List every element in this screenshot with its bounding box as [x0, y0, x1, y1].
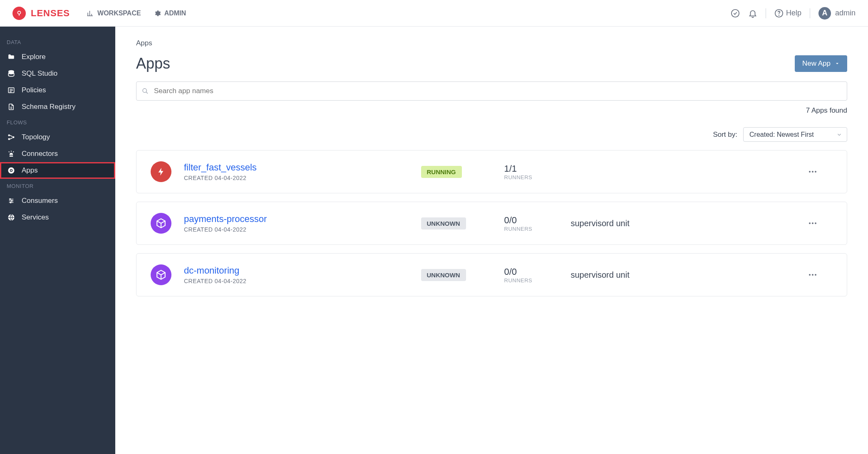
svg-point-31: [809, 171, 811, 173]
more-actions[interactable]: [808, 270, 833, 280]
topnav: WORKSPACE ADMIN: [87, 10, 186, 17]
sort-label: Sort by:: [713, 131, 737, 139]
svg-point-33: [815, 171, 816, 173]
svg-point-26: [11, 200, 12, 202]
sidebar-item-label: Apps: [22, 166, 38, 175]
divider: [766, 8, 766, 18]
sidebar-section-label: DATA: [0, 35, 115, 49]
more-actions[interactable]: [808, 218, 833, 228]
app-created: CREATED 04-04-2022: [184, 278, 413, 284]
breadcrumb: Apps: [136, 39, 847, 47]
runners-count: 0/0: [504, 215, 563, 226]
page-title: Apps: [136, 55, 170, 72]
help-link[interactable]: Help: [774, 9, 801, 18]
user-menu[interactable]: A admin: [818, 7, 856, 20]
search-icon: [142, 88, 149, 94]
logo-icon: [12, 7, 26, 20]
sidebar: DATAExploreSQL StudioPoliciesSchema Regi…: [0, 27, 115, 454]
app-row: dc-monitoringCREATED 04-04-2022UNKNOWN0/…: [136, 253, 847, 296]
barchart-icon: [87, 10, 94, 17]
svg-point-32: [812, 171, 813, 173]
more-actions[interactable]: [808, 167, 833, 177]
check-circle-icon[interactable]: [731, 9, 740, 18]
sidebar-section-label: MONITOR: [0, 179, 115, 192]
svg-point-27: [10, 202, 11, 203]
svg-point-29: [143, 89, 146, 92]
divider: [810, 8, 810, 18]
gear-icon: [154, 10, 161, 17]
app-name-link[interactable]: dc-monitoring: [184, 265, 413, 276]
app-extra: supervisord unit: [571, 219, 800, 228]
app-created: CREATED 04-04-2022: [184, 175, 413, 181]
sidebar-item-connectors[interactable]: Connectors: [0, 146, 115, 162]
bell-icon[interactable]: [748, 9, 757, 18]
runners-label: RUNNERS: [504, 174, 563, 180]
app-type-icon: [151, 264, 171, 285]
search-input[interactable]: [136, 81, 847, 101]
sidebar-item-topology[interactable]: Topology: [0, 129, 115, 146]
sidebar-item-explore[interactable]: Explore: [0, 49, 115, 65]
sidebar-section-label: FLOWS: [0, 115, 115, 129]
sidebar-item-label: Schema Registry: [22, 103, 75, 111]
nav-workspace[interactable]: WORKSPACE: [87, 10, 141, 17]
sidebar-item-label: Consumers: [22, 197, 58, 205]
sidebar-item-label: Explore: [22, 53, 46, 61]
svg-point-37: [809, 274, 811, 276]
sidebar-item-label: SQL Studio: [22, 69, 57, 78]
sidebar-item-schemaregistry[interactable]: Schema Registry: [0, 99, 115, 115]
results-count: 7 Apps found: [136, 106, 847, 115]
app-name-link[interactable]: filter_fast_vessels: [184, 162, 413, 173]
avatar: A: [818, 7, 831, 20]
sidebar-item-label: Connectors: [22, 150, 58, 158]
app-created: CREATED 04-04-2022: [184, 226, 413, 233]
connectors-icon: [7, 150, 16, 158]
status-badge: RUNNING: [421, 166, 462, 178]
svg-point-18: [12, 136, 15, 138]
status-badge: UNKNOWN: [421, 269, 466, 281]
svg-point-38: [812, 274, 813, 276]
svg-point-35: [812, 222, 813, 224]
runners-count: 1/1: [504, 163, 563, 174]
apps-icon: [7, 166, 16, 175]
sidebar-item-label: Topology: [22, 133, 50, 141]
app-row: payments-processorCREATED 04-04-2022UNKN…: [136, 202, 847, 245]
status-badge: UNKNOWN: [421, 217, 466, 229]
svg-point-25: [10, 199, 11, 200]
topology-icon: [7, 133, 16, 141]
svg-point-17: [8, 138, 10, 140]
schemaregistry-icon: [7, 103, 16, 111]
svg-point-21: [10, 170, 12, 171]
app-name-link[interactable]: payments-processor: [184, 214, 413, 225]
app-extra: supervisord unit: [571, 270, 800, 280]
brand-text: LENSES: [31, 8, 70, 19]
app-row: filter_fast_vesselsCREATED 04-04-2022RUN…: [136, 150, 847, 193]
chevron-down-icon: [835, 61, 840, 66]
svg-point-39: [815, 274, 816, 276]
sidebar-item-policies[interactable]: Policies: [0, 82, 115, 99]
svg-point-36: [815, 222, 816, 224]
svg-point-6: [732, 9, 739, 17]
main-content: Apps Apps New App 7 Apps found Sort by: …: [115, 27, 868, 454]
policies-icon: [7, 86, 16, 94]
sort-select[interactable]: Created: Newest First: [743, 127, 847, 142]
sidebar-item-apps[interactable]: Apps: [0, 162, 115, 179]
help-icon: [774, 9, 784, 18]
sidebar-item-label: Services: [22, 213, 49, 222]
app-type-icon: [151, 213, 171, 234]
topbar: LENSES WORKSPACE ADMIN Help A: [0, 0, 868, 27]
explore-icon: [7, 53, 16, 61]
sidebar-item-label: Policies: [22, 86, 46, 94]
username: admin: [835, 9, 856, 17]
svg-point-16: [8, 134, 10, 136]
new-app-button[interactable]: New App: [795, 55, 847, 72]
logo[interactable]: LENSES: [12, 7, 70, 20]
nav-admin[interactable]: ADMIN: [154, 10, 186, 17]
runners-label: RUNNERS: [504, 277, 563, 284]
runners-label: RUNNERS: [504, 226, 563, 232]
svg-point-0: [18, 11, 21, 14]
sidebar-item-services[interactable]: Services: [0, 209, 115, 226]
sqlstudio-icon: [7, 69, 16, 78]
sidebar-item-sqlstudio[interactable]: SQL Studio: [0, 65, 115, 82]
sidebar-item-consumers[interactable]: Consumers: [0, 192, 115, 209]
svg-line-30: [146, 92, 148, 94]
